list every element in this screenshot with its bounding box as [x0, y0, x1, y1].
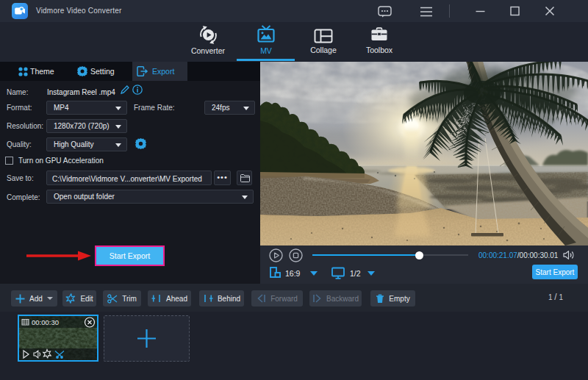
svg-text:00:00:30: 00:00:30 [32, 318, 59, 326]
